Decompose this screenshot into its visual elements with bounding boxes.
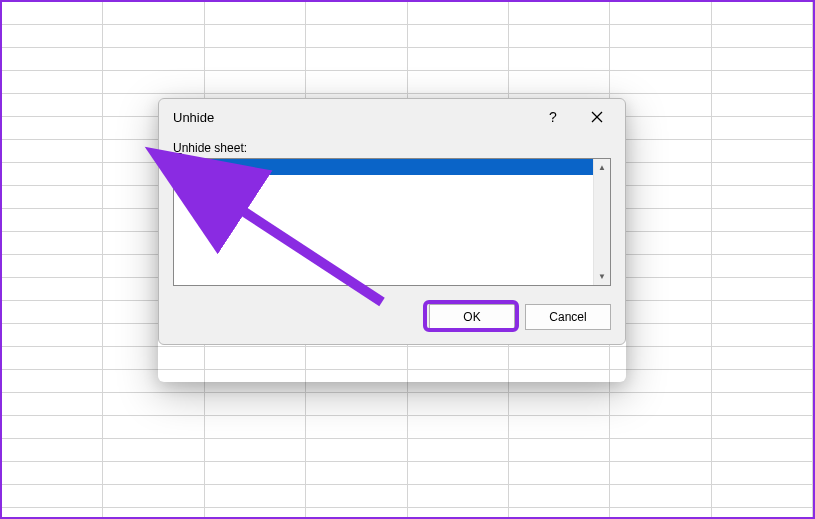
cell[interactable] bbox=[509, 48, 610, 71]
cell[interactable] bbox=[712, 370, 813, 393]
cell[interactable] bbox=[712, 462, 813, 485]
cell[interactable] bbox=[509, 2, 610, 25]
close-button[interactable] bbox=[575, 102, 619, 132]
cell[interactable] bbox=[103, 48, 204, 71]
cell[interactable] bbox=[205, 508, 306, 519]
cell[interactable] bbox=[103, 393, 204, 416]
cell[interactable] bbox=[306, 71, 407, 94]
cell[interactable] bbox=[2, 186, 103, 209]
cell[interactable] bbox=[306, 2, 407, 25]
cell[interactable] bbox=[509, 439, 610, 462]
cell[interactable] bbox=[610, 508, 711, 519]
cell[interactable] bbox=[610, 393, 711, 416]
cell[interactable] bbox=[205, 48, 306, 71]
cell[interactable] bbox=[2, 117, 103, 140]
cell[interactable] bbox=[205, 2, 306, 25]
cell[interactable] bbox=[712, 508, 813, 519]
cell[interactable] bbox=[610, 485, 711, 508]
cell[interactable] bbox=[306, 416, 407, 439]
cell[interactable] bbox=[2, 462, 103, 485]
cell[interactable] bbox=[408, 508, 509, 519]
cell[interactable] bbox=[103, 416, 204, 439]
scroll-up-icon[interactable]: ▲ bbox=[594, 159, 610, 176]
cell[interactable] bbox=[712, 232, 813, 255]
cell[interactable] bbox=[306, 485, 407, 508]
cell[interactable] bbox=[103, 71, 204, 94]
cell[interactable] bbox=[408, 485, 509, 508]
cell[interactable] bbox=[712, 393, 813, 416]
cell[interactable] bbox=[408, 48, 509, 71]
cell[interactable] bbox=[205, 25, 306, 48]
cell[interactable] bbox=[2, 485, 103, 508]
cell[interactable] bbox=[2, 393, 103, 416]
help-button[interactable]: ? bbox=[531, 102, 575, 132]
cell[interactable] bbox=[712, 255, 813, 278]
cell[interactable] bbox=[306, 48, 407, 71]
cell[interactable] bbox=[2, 347, 103, 370]
cell[interactable] bbox=[2, 232, 103, 255]
cell[interactable] bbox=[712, 94, 813, 117]
cell[interactable] bbox=[712, 324, 813, 347]
cell[interactable] bbox=[408, 462, 509, 485]
cell[interactable] bbox=[712, 117, 813, 140]
cell[interactable] bbox=[712, 301, 813, 324]
cell[interactable] bbox=[2, 94, 103, 117]
cell[interactable] bbox=[712, 416, 813, 439]
cell[interactable] bbox=[408, 393, 509, 416]
cell[interactable] bbox=[2, 48, 103, 71]
cell[interactable] bbox=[103, 25, 204, 48]
cell[interactable] bbox=[610, 25, 711, 48]
cell[interactable] bbox=[103, 439, 204, 462]
cell[interactable] bbox=[712, 71, 813, 94]
cell[interactable] bbox=[509, 393, 610, 416]
cell[interactable] bbox=[205, 71, 306, 94]
cell[interactable] bbox=[2, 416, 103, 439]
cell[interactable] bbox=[509, 485, 610, 508]
cell[interactable] bbox=[306, 508, 407, 519]
cell[interactable] bbox=[509, 508, 610, 519]
cell[interactable] bbox=[2, 439, 103, 462]
cell[interactable] bbox=[610, 71, 711, 94]
cell[interactable] bbox=[712, 163, 813, 186]
cell[interactable] bbox=[103, 485, 204, 508]
cell[interactable] bbox=[610, 2, 711, 25]
cell[interactable] bbox=[610, 416, 711, 439]
cell[interactable] bbox=[408, 25, 509, 48]
cell[interactable] bbox=[509, 416, 610, 439]
cell[interactable] bbox=[712, 347, 813, 370]
cell[interactable] bbox=[103, 508, 204, 519]
cell[interactable] bbox=[205, 485, 306, 508]
cell[interactable] bbox=[2, 324, 103, 347]
cell[interactable] bbox=[408, 2, 509, 25]
cell[interactable] bbox=[103, 2, 204, 25]
scroll-down-icon[interactable]: ▼ bbox=[594, 268, 610, 285]
list-item[interactable]: April bbox=[174, 175, 593, 191]
cell[interactable] bbox=[712, 278, 813, 301]
cell[interactable] bbox=[2, 278, 103, 301]
cell[interactable] bbox=[205, 416, 306, 439]
scrollbar[interactable]: ▲ ▼ bbox=[593, 159, 610, 285]
cell[interactable] bbox=[2, 71, 103, 94]
cell[interactable] bbox=[509, 462, 610, 485]
cell[interactable] bbox=[712, 48, 813, 71]
cell[interactable] bbox=[306, 439, 407, 462]
sheet-listbox[interactable]: MarchApril ▲ ▼ bbox=[173, 158, 611, 286]
cell[interactable] bbox=[712, 439, 813, 462]
cell[interactable] bbox=[610, 462, 711, 485]
cell[interactable] bbox=[103, 462, 204, 485]
cell[interactable] bbox=[610, 48, 711, 71]
cell[interactable] bbox=[2, 255, 103, 278]
cell[interactable] bbox=[712, 140, 813, 163]
cell[interactable] bbox=[306, 462, 407, 485]
cell[interactable] bbox=[509, 71, 610, 94]
cell[interactable] bbox=[306, 25, 407, 48]
cancel-button[interactable]: Cancel bbox=[525, 304, 611, 330]
cell[interactable] bbox=[2, 508, 103, 519]
cell[interactable] bbox=[2, 163, 103, 186]
list-item[interactable]: March bbox=[174, 159, 593, 175]
cell[interactable] bbox=[2, 370, 103, 393]
cell[interactable] bbox=[205, 393, 306, 416]
cell[interactable] bbox=[408, 416, 509, 439]
cell[interactable] bbox=[205, 462, 306, 485]
cell[interactable] bbox=[712, 2, 813, 25]
